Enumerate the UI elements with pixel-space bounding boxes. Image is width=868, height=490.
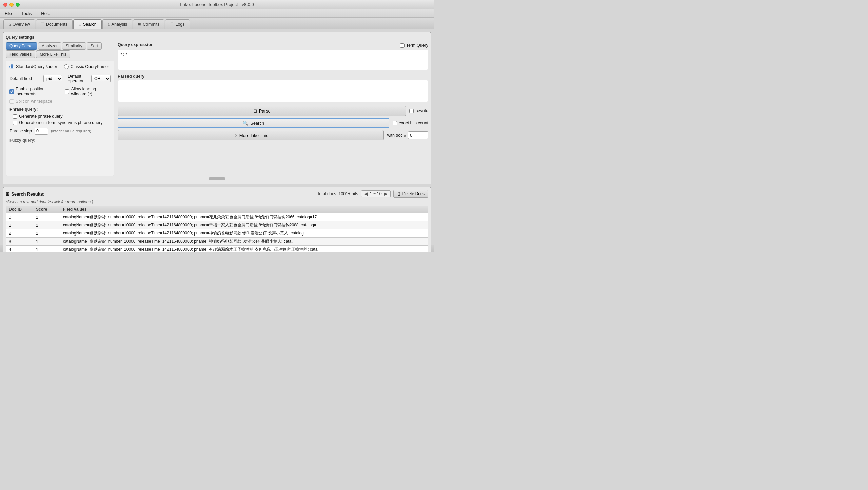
parser-radio-group: StandardQueryParser Classic QueryParser	[9, 64, 111, 69]
maximize-button[interactable]	[16, 3, 20, 7]
fuzzy-query-label: Fuzzy query:	[9, 138, 35, 143]
parse-label: Parse	[259, 108, 271, 114]
cell-score: 1	[33, 229, 60, 238]
cell-score: 1	[33, 246, 60, 252]
tab-bar: ⌂ Overview ☰ Documents ⊞ Search ⑊ Analys…	[0, 18, 434, 29]
sub-tab-field-values[interactable]: Field Values	[6, 50, 35, 58]
query-settings-panel: Query settings Query Parser Analyzer Sim…	[3, 32, 431, 184]
table-row[interactable]: 0 1 catalogName=幽默杂货; number=10000; rele…	[6, 213, 428, 221]
standard-parser-radio[interactable]	[9, 64, 14, 69]
parse-button[interactable]: ⊞ Parse	[118, 106, 406, 116]
table-wrapper: Doc ID Score Field Values 0 1 catalogNam…	[6, 206, 428, 252]
page-start: 1	[370, 191, 372, 196]
mlt-label: More Like This	[239, 133, 268, 138]
table-row[interactable]: 2 1 catalogName=幽默杂货; number=10000; rele…	[6, 229, 428, 238]
sub-tab-sort[interactable]: Sort	[87, 42, 102, 50]
table-row[interactable]: 1 1 catalogName=幽默杂货; number=10000; rele…	[6, 221, 428, 229]
cell-fields: catalogName=幽默杂货; number=10000; releaseT…	[60, 229, 428, 238]
generate-multi-term-checkbox[interactable]	[13, 121, 17, 125]
menu-tools[interactable]: Tools	[19, 10, 34, 17]
term-query-checkbox[interactable]	[400, 43, 405, 48]
enable-position-increments-checkbox[interactable]	[9, 89, 14, 94]
phrase-slop-row: Phrase slop (integer value required)	[9, 128, 111, 135]
sub-tab-analyzer[interactable]: Analyzer	[38, 42, 61, 50]
results-title-label: Search Results:	[11, 191, 44, 197]
tab-search[interactable]: ⊞ Search	[73, 19, 102, 29]
exact-hits-option[interactable]: exact hits count	[393, 121, 428, 125]
enable-position-increments-label: Enable position increments	[16, 87, 58, 96]
split-whitespace-row: Split on whitespace	[9, 99, 111, 104]
rewrite-option[interactable]: rewrite	[409, 108, 428, 113]
scroll-indicator	[209, 177, 225, 180]
split-whitespace-checkbox	[9, 99, 14, 104]
sub-tab-more-like-this[interactable]: More Like This	[36, 50, 70, 58]
cell-fields: catalogName=幽默杂货; number=10000; releaseT…	[60, 246, 428, 252]
classic-parser-option[interactable]: Classic QueryParser	[64, 64, 110, 69]
table-icon: ⊞	[6, 191, 9, 197]
tab-logs-label: Logs	[175, 22, 184, 27]
cell-score: 1	[33, 213, 60, 221]
classic-parser-label: Classic QueryParser	[71, 64, 110, 69]
sub-tab-similarity[interactable]: Similarity	[62, 42, 86, 50]
term-query-option[interactable]: Term Query	[400, 43, 428, 48]
tab-overview[interactable]: ⌂ Overview	[3, 19, 35, 29]
right-panel: Query expression Term Query *:* Parsed q…	[118, 42, 428, 176]
page-range: 1 ~ 10	[370, 191, 382, 196]
generate-multi-term-label: Generate multi term synonyms phrase quer…	[19, 120, 103, 125]
classic-parser-radio[interactable]	[64, 64, 69, 69]
close-button[interactable]	[3, 3, 7, 7]
phrase-options: Generate phrase query Generate multi ter…	[9, 114, 111, 125]
cell-docid: 2	[6, 229, 33, 238]
fuzzy-query-section: Fuzzy query:	[9, 138, 111, 143]
logs-icon: ☰	[170, 22, 174, 26]
parsed-query-input[interactable]	[118, 80, 428, 102]
commits-icon: ⊞	[138, 22, 141, 26]
cell-docid: 3	[6, 238, 33, 246]
table-header: Doc ID Score Field Values	[6, 206, 428, 213]
default-field-label: Default field	[9, 76, 40, 81]
split-whitespace-option[interactable]: Split on whitespace	[9, 99, 52, 104]
prev-page-button[interactable]: ◀	[363, 191, 369, 196]
menu-help[interactable]: Help	[39, 10, 52, 17]
allow-leading-wildcard-option[interactable]: Allow leading wildcard (*)	[65, 87, 111, 96]
table-row[interactable]: 4 1 catalogName=幽默杂货; number=10000; rele…	[6, 246, 428, 252]
more-like-this-button[interactable]: ♡ More Like This	[118, 130, 384, 140]
tab-documents[interactable]: ☰ Documents	[36, 19, 73, 29]
delete-docs-label: Delete Docs	[402, 191, 425, 196]
delete-docs-button[interactable]: 🗑 Delete Docs	[393, 190, 428, 198]
phrase-slop-label: Phrase slop	[9, 129, 32, 134]
right-panel-inner: Query expression Term Query *:* Parsed q…	[118, 42, 428, 140]
exact-hits-checkbox[interactable]	[393, 121, 397, 125]
tab-documents-label: Documents	[46, 22, 67, 27]
enable-position-increments-option[interactable]: Enable position increments	[9, 87, 58, 96]
default-field-select[interactable]: pid	[43, 75, 62, 82]
generate-phrase-checkbox[interactable]	[13, 114, 17, 119]
tab-search-label: Search	[83, 22, 97, 27]
trash-icon: 🗑	[397, 191, 401, 196]
col-header-fields: Field Values	[60, 206, 428, 213]
doc-hash-input[interactable]	[408, 131, 428, 139]
search-label: Search	[250, 121, 264, 126]
default-operator-select[interactable]: OR AND	[91, 75, 111, 82]
phrase-slop-input[interactable]	[35, 128, 48, 135]
minimize-button[interactable]	[9, 3, 14, 7]
cell-docid: 1	[6, 221, 33, 229]
pagination: ◀ 1 ~ 10 ▶	[361, 190, 391, 197]
allow-leading-wildcard-checkbox[interactable]	[65, 89, 69, 94]
rewrite-checkbox[interactable]	[409, 109, 414, 113]
search-button[interactable]: 🔍 Search	[118, 118, 389, 128]
query-expression-input[interactable]: *:*	[118, 50, 428, 70]
standard-parser-option[interactable]: StandardQueryParser	[9, 64, 57, 69]
tab-analysis[interactable]: ⑊ Analysis	[102, 19, 133, 29]
sub-tab-query-parser[interactable]: Query Parser	[6, 42, 37, 50]
generate-multi-term-option[interactable]: Generate multi term synonyms phrase quer…	[13, 120, 111, 125]
generate-phrase-option[interactable]: Generate phrase query	[13, 114, 111, 119]
results-controls: Total docs: 1001+ hits ◀ 1 ~ 10 ▶ 🗑 Dele…	[317, 190, 428, 198]
window-title: Luke: Lucene Toolbox Project - v8.0.0	[180, 2, 254, 7]
tab-commits[interactable]: ⊞ Commits	[133, 19, 164, 29]
table-row[interactable]: 3 1 catalogName=幽默杂货; number=10000; rele…	[6, 238, 428, 246]
next-page-button[interactable]: ▶	[383, 191, 388, 196]
tab-logs[interactable]: ☰ Logs	[165, 19, 190, 29]
menu-file[interactable]: File	[3, 10, 14, 17]
tab-overview-label: Overview	[13, 22, 30, 27]
